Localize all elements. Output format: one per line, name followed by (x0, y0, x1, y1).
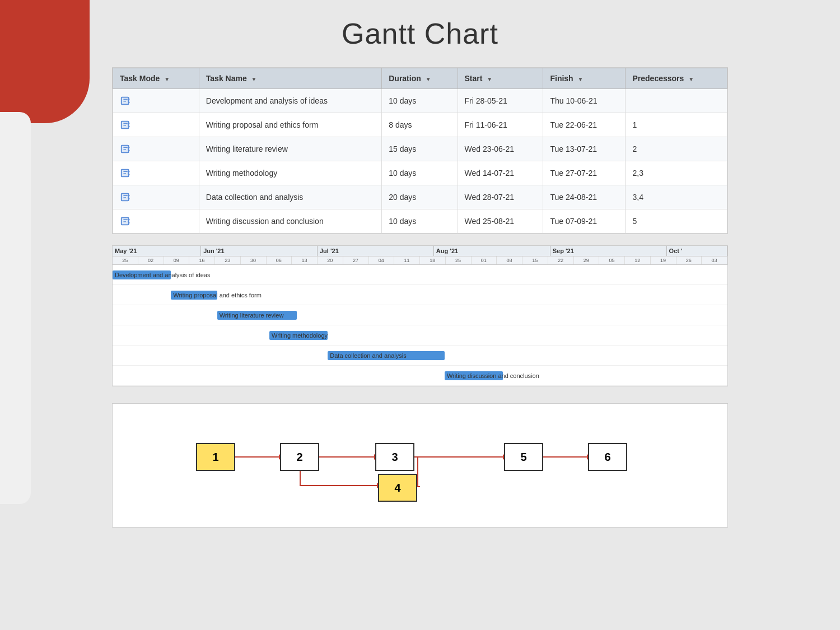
gantt-date-cell: 30 (241, 256, 267, 264)
gantt-date-cell: 16 (189, 256, 215, 264)
gantt-date-cell: 20 (318, 256, 343, 264)
task-finish-cell: Tue 24-08-21 (543, 185, 626, 209)
task-predecessors-cell: 3,4 (626, 185, 727, 209)
arrow-5-6 (543, 456, 588, 458)
gantt-month-header: May '21Jun '21Jul '21Aug '21Sep '21Oct ' (113, 246, 727, 256)
network-diagram: 1 2 3 (168, 421, 672, 510)
task-duration-cell: 15 days (382, 137, 458, 161)
gantt-date-cell: 12 (625, 256, 651, 264)
gantt-month-label: May '21 (113, 246, 201, 256)
network-node-1: 1 (196, 443, 235, 471)
gantt-dates-row: 2502091623300613202704111825010815222905… (113, 256, 727, 265)
table-row: Writing methodology10 daysWed 14-07-21Tu… (113, 161, 727, 185)
col-predecessors[interactable]: Predecessors ▼ (626, 68, 727, 89)
table-header-row: Task Mode ▼ Task Name ▼ Duration ▼ Start… (113, 68, 727, 89)
gantt-date-cell: 23 (215, 256, 241, 264)
node-1-label: 1 (212, 451, 218, 464)
col-duration[interactable]: Duration ▼ (382, 68, 458, 89)
task-finish-cell: Tue 13-07-21 (543, 137, 626, 161)
task-name-cell: Writing methodology (199, 161, 381, 185)
sort-icon-name: ▼ (251, 76, 257, 82)
gantt-task-bar (328, 351, 445, 360)
page-title: Gantt Chart (342, 17, 498, 50)
gantt-task-bar (171, 291, 217, 300)
gantt-date-cell: 05 (599, 256, 625, 264)
task-name-cell: Writing discussion and conclusion (199, 209, 381, 234)
node-2-label: 2 (296, 451, 302, 464)
table-row: Development and analysis of ideas10 days… (113, 89, 727, 113)
svg-rect-3 (122, 170, 129, 177)
task-start-cell: Fri 28-05-21 (458, 89, 543, 113)
task-name-cell: Writing proposal and ethics form (199, 113, 381, 137)
node-3-label: 3 (391, 451, 398, 464)
network-node-6: 6 (588, 443, 627, 471)
task-finish-cell: Tue 07-09-21 (543, 209, 626, 234)
arrow-4-5-horiz-left (417, 486, 420, 487)
task-mode-cell (113, 113, 199, 137)
svg-rect-1 (122, 122, 129, 129)
task-table-container: Task Mode ▼ Task Name ▼ Duration ▼ Start… (112, 67, 728, 234)
gantt-month-label: Oct ' (667, 246, 727, 256)
task-duration-cell: 8 days (382, 113, 458, 137)
gantt-date-cell: 01 (472, 256, 497, 264)
gantt-date-cell: 29 (574, 256, 600, 264)
gantt-date-cell: 09 (164, 256, 190, 264)
table-row: Writing discussion and conclusion10 days… (113, 209, 727, 234)
task-predecessors-cell: 1 (626, 113, 727, 137)
task-start-cell: Wed 14-07-21 (458, 161, 543, 185)
network-node-2: 2 (280, 443, 319, 471)
gantt-body: Development and analysis of ideasWriting… (113, 265, 727, 386)
col-task-name[interactable]: Task Name ▼ (199, 68, 381, 89)
gantt-task-row: Development and analysis of ideas (113, 265, 727, 285)
col-task-mode[interactable]: Task Mode ▼ (113, 68, 199, 89)
task-mode-cell (113, 185, 199, 209)
task-name-cell: Development and analysis of ideas (199, 89, 381, 113)
arrow-2-4-vert (300, 471, 301, 485)
sort-icon-mode: ▼ (164, 76, 170, 82)
gantt-task-bar (217, 311, 297, 320)
gantt-date-cell: 27 (343, 256, 369, 264)
gantt-date-cell: 03 (702, 256, 727, 264)
arrow-1-2 (235, 456, 280, 458)
network-node-4: 4 (378, 474, 417, 502)
svg-rect-4 (122, 194, 129, 201)
gantt-date-cell: 18 (420, 256, 446, 264)
svg-rect-0 (122, 97, 129, 105)
task-duration-cell: 10 days (382, 89, 458, 113)
gantt-date-cell: 22 (548, 256, 574, 264)
task-start-cell: Wed 23-06-21 (458, 137, 543, 161)
task-finish-cell: Thu 10-06-21 (543, 89, 626, 113)
gantt-date-cell: 02 (138, 256, 164, 264)
gantt-date-cell: 08 (497, 256, 522, 264)
gantt-date-cell: 11 (394, 256, 420, 264)
gantt-date-cell: 25 (446, 256, 472, 264)
task-predecessors-cell (626, 89, 727, 113)
svg-rect-5 (122, 218, 129, 225)
task-duration-cell: 10 days (382, 161, 458, 185)
task-mode-cell (113, 161, 199, 185)
gantt-task-row: Writing discussion and conclusion (113, 366, 727, 386)
task-name-cell: Writing literature review (199, 137, 381, 161)
gantt-task-row: Data collection and analysis (113, 346, 727, 366)
task-start-cell: Wed 28-07-21 (458, 185, 543, 209)
task-predecessors-cell: 2 (626, 137, 727, 161)
col-start[interactable]: Start ▼ (458, 68, 543, 89)
task-duration-cell: 10 days (382, 209, 458, 234)
arrow-2-3 (319, 456, 375, 458)
gantt-task-row: Writing proposal and ethics form (113, 285, 727, 305)
table-row: Data collection and analysis20 daysWed 2… (113, 185, 727, 209)
gantt-date-cell: 26 (676, 256, 702, 264)
gantt-chart-container: May '21Jun '21Jul '21Aug '21Sep '21Oct '… (112, 245, 728, 386)
svg-rect-2 (122, 146, 129, 153)
sort-icon-pred: ▼ (688, 76, 694, 82)
network-node-5: 5 (504, 443, 543, 471)
gantt-month-label: Sep '21 (550, 246, 667, 256)
task-mode-cell (113, 209, 199, 234)
arrow-3-5 (414, 456, 504, 458)
col-finish[interactable]: Finish ▼ (543, 68, 626, 89)
node-5-label: 5 (520, 451, 526, 464)
gantt-date-cell: 13 (292, 256, 318, 264)
network-diagram-container: 1 2 3 (112, 403, 728, 528)
gantt-task-bar (445, 371, 503, 380)
gantt-month-label: Aug '21 (434, 246, 550, 256)
